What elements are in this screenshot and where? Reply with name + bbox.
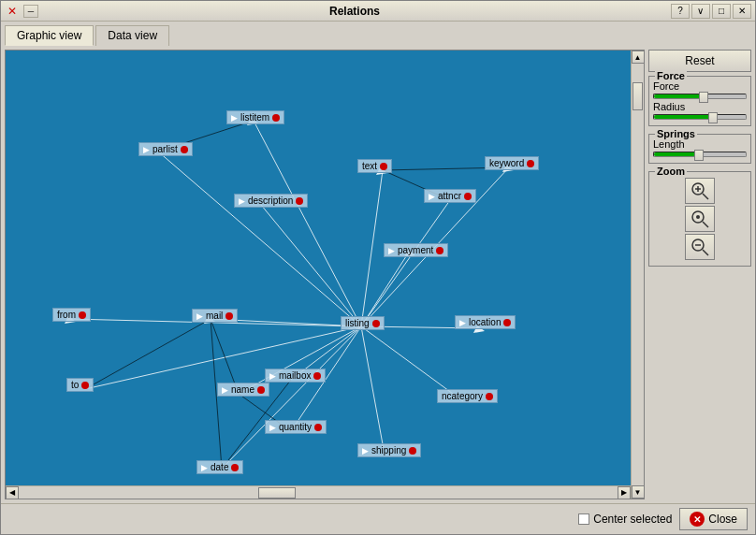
close-circle-icon: ✕ <box>690 512 705 527</box>
svg-line-5 <box>361 200 450 326</box>
close-label: Close <box>708 513 737 526</box>
node-mailbox[interactable]: ▶ mailbox <box>265 369 326 383</box>
node-dot <box>464 193 472 200</box>
arrow-icon: ▶ <box>269 423 276 432</box>
graph-area[interactable]: ▶ listitem ▶ parlist text keyword <box>5 50 645 499</box>
node-description[interactable]: ▶ description <box>234 194 308 208</box>
node-quantity[interactable]: ▶ quantity <box>265 420 327 434</box>
node-parlist[interactable]: ▶ parlist <box>138 142 193 156</box>
node-listing[interactable]: listing <box>341 316 385 330</box>
node-dot <box>181 146 188 153</box>
titlebar: ✕ ─ Relations ? ∨ □ ✕ <box>1 1 755 22</box>
scroll-up-btn[interactable]: ▲ <box>632 51 645 64</box>
zoom-group: Zoom <box>648 171 751 267</box>
center-selected-label: Center selected <box>593 513 672 526</box>
node-label: shipping <box>371 445 406 455</box>
scroll-track-h[interactable] <box>19 486 618 499</box>
arrow-icon: ▶ <box>196 311 203 321</box>
scroll-thumb-v[interactable] <box>632 82 643 110</box>
arrow-icon: ▶ <box>269 371 276 381</box>
scroll-track-v[interactable] <box>632 64 644 485</box>
scrollbar-horizontal[interactable]: ◀ ▶ <box>6 485 631 499</box>
scrollbar-vertical[interactable]: ▲ ▼ <box>631 51 644 499</box>
zoom-out-icon <box>691 238 709 256</box>
center-selected-checkbox[interactable] <box>578 513 589 525</box>
minimize-btn[interactable]: ∨ <box>691 4 710 19</box>
node-dot <box>503 319 511 326</box>
scroll-left-btn[interactable]: ◀ <box>6 486 19 499</box>
node-label: payment <box>398 245 433 255</box>
length-slider-track[interactable] <box>653 152 747 157</box>
node-dot <box>296 197 303 205</box>
node-dot <box>314 424 322 431</box>
scroll-right-btn[interactable]: ▶ <box>618 486 631 499</box>
svg-line-33 <box>703 194 708 199</box>
node-attncr[interactable]: ▶ attncr <box>424 189 476 203</box>
node-label: parlist <box>153 144 178 154</box>
arrow-icon: ▶ <box>429 192 435 201</box>
radius-slider-fill <box>654 115 714 119</box>
arrow-icon: ▶ <box>239 196 245 206</box>
node-keyword[interactable]: keyword <box>485 156 539 170</box>
arrow-icon: ▶ <box>231 113 238 123</box>
length-slider-fill <box>654 152 700 156</box>
force-slider-track[interactable] <box>653 94 747 99</box>
node-dot <box>380 163 387 170</box>
scroll-thumb-h[interactable] <box>258 487 296 499</box>
node-date[interactable]: ▶ date <box>196 460 243 474</box>
force-label: Force <box>653 80 747 92</box>
force-group-title: Force <box>655 70 687 81</box>
node-from[interactable]: from <box>52 308 91 322</box>
node-listitem[interactable]: ▶ listitem <box>226 110 284 124</box>
help-btn[interactable]: ? <box>671 4 690 19</box>
close-button[interactable]: ✕ Close <box>679 508 748 530</box>
tab-data-view[interactable]: Data view <box>95 25 169 46</box>
node-label: date <box>211 462 228 472</box>
arrow-icon: ▶ <box>459 318 466 327</box>
arrow-icon: ▶ <box>201 463 208 472</box>
node-name[interactable]: ▶ name <box>217 383 269 397</box>
zoom-fit-button[interactable] <box>685 206 715 232</box>
node-dot <box>79 311 86 319</box>
length-label: Length <box>653 138 747 150</box>
node-to[interactable]: to <box>66 378 94 392</box>
svg-line-15 <box>361 326 385 455</box>
node-label: ncategory <box>442 391 483 401</box>
node-dot <box>231 464 239 471</box>
zoom-group-title: Zoom <box>655 166 687 177</box>
length-slider-thumb[interactable] <box>694 150 704 161</box>
app-icon: ✕ <box>5 4 20 19</box>
svg-line-0 <box>254 121 361 326</box>
maximize-btn[interactable]: □ <box>712 4 731 19</box>
node-ncategory[interactable]: ncategory <box>437 389 498 403</box>
close-btn-title[interactable]: ✕ <box>733 4 751 19</box>
node-text[interactable]: text <box>357 159 392 173</box>
center-selected-container: Center selected <box>578 513 672 526</box>
node-shipping[interactable]: ▶ shipping <box>357 443 421 457</box>
node-dot <box>527 160 534 167</box>
node-payment[interactable]: ▶ payment <box>384 243 448 257</box>
svg-line-1 <box>158 152 361 326</box>
springs-group: Springs Length <box>648 134 751 164</box>
svg-point-38 <box>696 215 700 219</box>
scroll-down-btn[interactable]: ▼ <box>632 485 645 499</box>
node-mail[interactable]: ▶ mail <box>192 309 238 323</box>
node-label: mail <box>206 311 223 321</box>
zoom-in-button[interactable] <box>685 178 715 204</box>
svg-line-2 <box>361 170 383 326</box>
node-dot <box>486 393 493 400</box>
node-location[interactable]: ▶ location <box>455 315 516 329</box>
close-title-btn[interactable]: ─ <box>23 5 38 18</box>
tab-graphic-view[interactable]: Graphic view <box>5 25 94 46</box>
svg-line-40 <box>703 250 708 255</box>
zoom-out-button[interactable] <box>685 234 715 260</box>
node-dot <box>257 386 265 394</box>
radius-slider-container <box>653 114 747 120</box>
radius-slider-track[interactable] <box>653 114 747 120</box>
tabs-row: Graphic view Data view <box>1 22 755 46</box>
reset-button[interactable]: Reset <box>648 50 751 72</box>
radius-slider-thumb[interactable] <box>708 112 718 123</box>
force-slider-thumb[interactable] <box>699 92 708 103</box>
window-title: Relations <box>329 5 380 18</box>
right-panel: Reset Force Force Radius <box>648 50 751 499</box>
